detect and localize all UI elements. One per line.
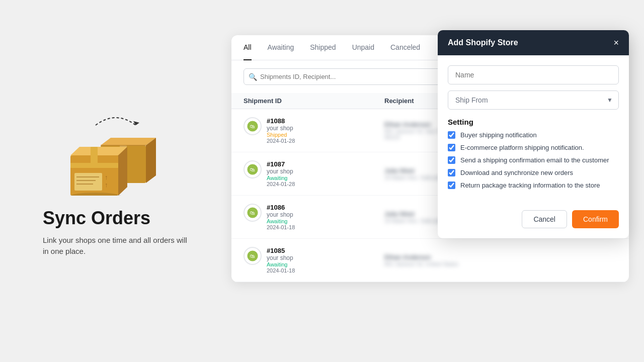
tab-unpaid[interactable]: Unpaid [352, 35, 374, 60]
shipment-cell-1088: 🛍 #1088 your shop Shipped 2024-01-28 [244, 117, 384, 144]
modal-header: Add Shopify Store × [438, 30, 629, 55]
avatar-1087: 🛍 [244, 160, 262, 178]
date-1086: 2024-01-18 [267, 224, 295, 230]
avatar-1085: 🛍 [244, 247, 262, 265]
checkbox-confirmation-email: Send a shipping confirmation email to th… [448, 156, 619, 164]
status-1088: Shipped [267, 132, 295, 138]
shipment-id-1088: #1088 [267, 117, 295, 125]
avatar-1086: 🛍 [244, 204, 262, 222]
col-shipment-id: Shipment ID [244, 97, 384, 105]
recipient-name-1085: Ethan Anderson [384, 253, 515, 261]
date-1088: 2024-01-28 [267, 138, 295, 144]
checkbox-download-sync-input[interactable] [448, 169, 455, 176]
modal-footer: Cancel Confirm [438, 204, 629, 238]
setting-label: Setting [448, 118, 619, 126]
shipment-shop-1086: your shop [267, 211, 295, 218]
svg-marker-3 [146, 138, 156, 183]
svg-rect-11 [70, 163, 118, 168]
shipment-cell-1087: 🛍 #1087 your shop Awaiting 2024-01-28 [244, 160, 384, 187]
shipment-shop-1085: your shop [267, 254, 295, 261]
checkbox-buyer-notification: Buyer shipping notification [448, 131, 619, 139]
cancel-button[interactable]: Cancel [522, 210, 567, 228]
svg-text:🛍: 🛍 [250, 124, 255, 129]
checkbox-return-tracking-label: Return package tracking information to t… [460, 182, 600, 189]
search-icon: 🔍 [249, 73, 257, 81]
shipment-shop-1087: your shop [267, 168, 295, 175]
shipment-id-1085: #1085 [267, 247, 295, 254]
modal-body: Ship From ▼ Setting Buyer shipping notif… [438, 55, 629, 204]
box-illustration: 📦 ↑ ↑ [55, 105, 176, 196]
shipment-id-1087: #1087 [267, 160, 295, 168]
status-1086: Awaiting [267, 218, 295, 224]
checkbox-return-tracking-input[interactable] [448, 182, 455, 189]
date-1087: 2024-01-28 [267, 181, 295, 187]
avatar-1088: 🛍 [244, 117, 262, 135]
ship-from-wrap: Ship From ▼ [448, 90, 619, 110]
svg-text:↑: ↑ [105, 181, 108, 189]
modal-title: Add Shopify Store [448, 38, 518, 47]
shipment-id-1086: #1086 [267, 204, 295, 211]
checkbox-download-sync: Download and synchronize new orders [448, 169, 619, 176]
status-1085: Awaiting [267, 261, 295, 267]
checkbox-download-sync-label: Download and synchronize new orders [460, 169, 573, 176]
shipment-info-1087: #1087 your shop Awaiting 2024-01-28 [267, 160, 295, 187]
svg-rect-12 [74, 173, 102, 191]
checkbox-buyer-notification-label: Buyer shipping notification [460, 131, 537, 139]
tab-awaiting[interactable]: Awaiting [268, 35, 294, 60]
table-row: 🛍 #1085 your shop Awaiting 2024-01-18 Et… [231, 239, 629, 282]
tab-shipped[interactable]: Shipped [310, 35, 336, 60]
shipment-info-1086: #1086 your shop Awaiting 2024-01-18 [267, 204, 295, 230]
checkbox-buyer-notification-input[interactable] [448, 131, 455, 139]
status-1087: Awaiting [267, 175, 295, 181]
confirm-button[interactable]: Confirm [572, 210, 619, 228]
tab-canceled[interactable]: Canceled [390, 35, 420, 60]
shipment-cell-1086: 🛍 #1086 your shop Awaiting 2024-01-18 [244, 204, 384, 230]
date-1085: 2024-01-18 [267, 267, 295, 274]
svg-text:🛍: 🛍 [250, 210, 255, 216]
checkbox-return-tracking: Return package tracking information to t… [448, 182, 619, 189]
recipient-1085: Ethan Anderson 841 Jackson St, United St… [384, 253, 515, 267]
svg-marker-9 [118, 147, 127, 196]
checkbox-ecommerce-notification: E-commerce platform shipping notificatio… [448, 144, 619, 151]
add-shopify-modal: Add Shopify Store × Ship From ▼ Setting … [438, 30, 629, 238]
left-panel: 📦 ↑ ↑ [0, 0, 231, 362]
shipment-cell-1085: 🛍 #1085 your shop Awaiting 2024-01-18 [244, 247, 384, 274]
shipment-info-1088: #1088 your shop Shipped 2024-01-28 [267, 117, 295, 144]
svg-marker-8 [70, 147, 127, 155]
svg-text:↑: ↑ [105, 173, 108, 181]
tab-all[interactable]: All [244, 35, 252, 60]
checkbox-confirmation-email-label: Send a shipping confirmation email to th… [460, 156, 609, 164]
shipment-shop-1088: your shop [267, 125, 295, 132]
checkbox-ecommerce-notification-label: E-commerce platform shipping notificatio… [460, 144, 584, 151]
ship-from-select[interactable]: Ship From [448, 90, 619, 110]
svg-text:🛍: 🛍 [250, 167, 255, 172]
store-name-input[interactable] [448, 65, 619, 84]
sync-desc: Link your shops one time and all orders … [43, 235, 189, 257]
sync-title: Sync Orders [43, 208, 189, 229]
svg-rect-10 [91, 147, 98, 164]
checkbox-ecommerce-notification-input[interactable] [448, 144, 455, 151]
checkbox-confirmation-email-input[interactable] [448, 156, 455, 164]
modal-close-button[interactable]: × [613, 38, 619, 47]
shipment-info-1085: #1085 your shop Awaiting 2024-01-18 [267, 247, 295, 274]
svg-text:🛍: 🛍 [250, 253, 255, 259]
recipient-addr-1085: 841 Jackson St, United States [384, 261, 515, 267]
